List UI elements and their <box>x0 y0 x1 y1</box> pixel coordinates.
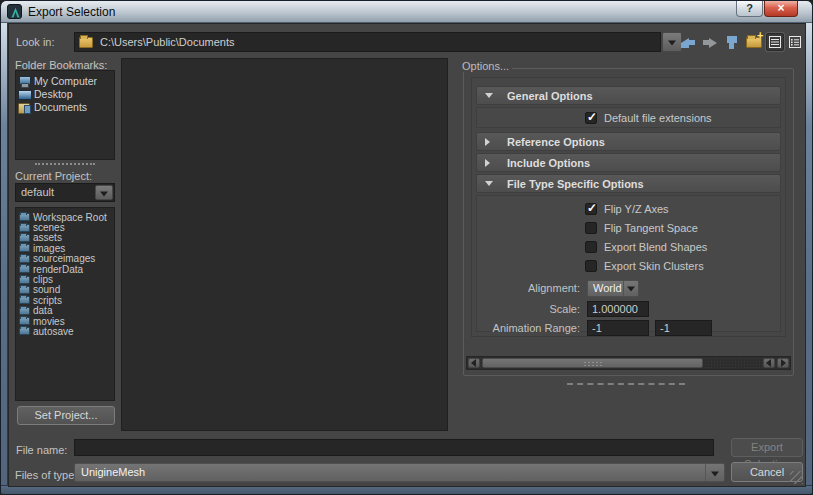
checkbox[interactable] <box>585 260 597 272</box>
bookmark-item[interactable]: My Computer <box>18 75 114 87</box>
project-folder-item[interactable]: Workspace Root <box>19 212 114 222</box>
options-groupbox: General Options Default file extensions … <box>463 68 794 376</box>
project-dropdown-button[interactable] <box>95 185 113 200</box>
section-label: Include Options <box>507 157 590 169</box>
section-header-general-options[interactable]: General Options <box>476 86 781 105</box>
close-button[interactable]: × <box>764 1 798 17</box>
titlebar[interactable]: Export Selection ? × <box>1 1 812 23</box>
current-project-combobox[interactable]: default <box>15 183 115 202</box>
export-selection-button[interactable]: Export Selection <box>731 438 803 457</box>
forward-button[interactable] <box>700 34 719 51</box>
options-scroll-area: General Options Default file extensions … <box>471 77 786 337</box>
file-list-area[interactable] <box>121 58 448 431</box>
window-border-left <box>1 23 8 485</box>
project-folder-item[interactable]: clips <box>19 274 114 284</box>
bookmark-label: Desktop <box>34 88 73 100</box>
bookmark-label: Documents <box>34 101 87 113</box>
option-row: Export Blend Shapes <box>477 237 780 256</box>
scroll-right-button[interactable] <box>777 358 789 368</box>
scrollbar-grip-icon <box>583 361 603 367</box>
project-folder-label: movies <box>33 316 65 327</box>
project-folder-item[interactable]: data <box>19 306 114 316</box>
expand-triangle-icon <box>485 93 497 98</box>
file-name-input[interactable] <box>74 439 714 456</box>
project-folder-item[interactable]: scenes <box>19 222 114 232</box>
path-combobox[interactable]: C:\Users\Public\Documents <box>74 32 661 52</box>
back-button[interactable] <box>678 34 697 51</box>
project-folder-item[interactable]: autosave <box>19 326 114 336</box>
project-folder-item[interactable]: renderData <box>19 264 114 274</box>
help-button[interactable]: ? <box>736 1 763 17</box>
chevron-down-icon <box>623 281 638 296</box>
scroll-left-button-2[interactable] <box>763 358 775 368</box>
folder-icon <box>19 317 30 325</box>
expand-triangle-icon <box>485 181 497 186</box>
animation-range-end-input[interactable]: -1 <box>655 320 712 336</box>
chevron-down-icon <box>705 464 724 481</box>
files-of-type-value: UnigineMesh <box>81 466 145 478</box>
section-header-reference-options[interactable]: Reference Options <box>476 132 781 151</box>
list-view-icon <box>769 36 781 48</box>
project-folder-item[interactable]: images <box>19 243 114 253</box>
folder-docs-icon <box>18 102 31 113</box>
section-header-file-type-specific-options[interactable]: File Type Specific Options <box>476 174 781 193</box>
detail-view-button[interactable] <box>786 33 804 51</box>
section-label: File Type Specific Options <box>507 178 644 190</box>
option-row: Export Skin Clusters <box>477 256 780 275</box>
checkbox[interactable] <box>585 241 597 253</box>
folder-icon <box>19 327 30 335</box>
folder-icon <box>19 213 30 221</box>
export-selection-dialog: Export Selection ? × Look in: C:\Users\P… <box>0 0 813 495</box>
checkbox[interactable] <box>585 112 597 124</box>
project-folder-label: Workspace Root <box>33 212 107 223</box>
folder-icon <box>19 265 30 273</box>
path-value: C:\Users\Public\Documents <box>100 36 235 48</box>
bookmark-item[interactable]: Documents <box>18 101 114 113</box>
expand-triangle-icon <box>485 138 497 146</box>
up-one-level-button[interactable] <box>722 34 741 51</box>
alignment-combobox[interactable]: World <box>587 280 639 297</box>
checkbox[interactable] <box>585 222 597 234</box>
scrollbar-thumb[interactable] <box>482 358 703 368</box>
bookmark-item[interactable]: Desktop <box>18 88 114 100</box>
scroll-left-button[interactable] <box>468 358 480 368</box>
resize-grip[interactable] <box>790 471 803 484</box>
current-project-value: default <box>21 186 54 198</box>
scale-input[interactable]: 1.000000 <box>587 301 649 317</box>
section-header-include-options[interactable]: Include Options <box>476 153 781 172</box>
up-icon <box>727 36 737 49</box>
option-row: Flip Y/Z Axes <box>477 199 780 218</box>
general-options-content: Default file extensions <box>476 107 781 128</box>
project-folder-item[interactable]: scripts <box>19 295 114 305</box>
project-folder-label: sourceimages <box>33 253 95 264</box>
back-icon <box>681 38 695 48</box>
computer-icon <box>18 76 31 87</box>
option-row: Flip Tangent Space <box>477 218 780 237</box>
checkbox-label: Flip Tangent Space <box>604 222 698 234</box>
checkbox[interactable] <box>585 203 597 215</box>
project-folder-label: data <box>33 305 52 316</box>
folder-icon <box>19 244 30 252</box>
project-folder-item[interactable]: movies <box>19 316 114 326</box>
options-splitter-handle[interactable] <box>567 383 685 385</box>
create-new-folder-button[interactable]: + <box>744 34 763 51</box>
alignment-value: World <box>593 282 622 294</box>
bookmarks-list: My ComputerDesktopDocuments <box>15 70 115 160</box>
set-project-button[interactable]: Set Project... <box>17 406 115 425</box>
list-view-button[interactable] <box>766 33 784 51</box>
detail-view-icon <box>789 36 801 48</box>
window-title: Export Selection <box>28 5 115 19</box>
section-label: General Options <box>507 90 593 102</box>
project-folder-item[interactable]: sound <box>19 285 114 295</box>
checkbox-label: Flip Y/Z Axes <box>604 203 669 215</box>
options-horizontal-scrollbar[interactable] <box>466 356 791 370</box>
files-of-type-combobox[interactable]: UnigineMesh <box>74 463 725 482</box>
folder-icon <box>19 234 30 242</box>
folder-icon <box>19 255 30 263</box>
options-group-label: Options... <box>459 60 512 72</box>
animation-range-start-input[interactable]: -1 <box>587 320 649 336</box>
splitter-handle[interactable] <box>35 163 95 165</box>
expand-triangle-icon <box>485 159 497 167</box>
project-folder-item[interactable]: sourceimages <box>19 254 114 264</box>
project-folder-item[interactable]: assets <box>19 233 114 243</box>
